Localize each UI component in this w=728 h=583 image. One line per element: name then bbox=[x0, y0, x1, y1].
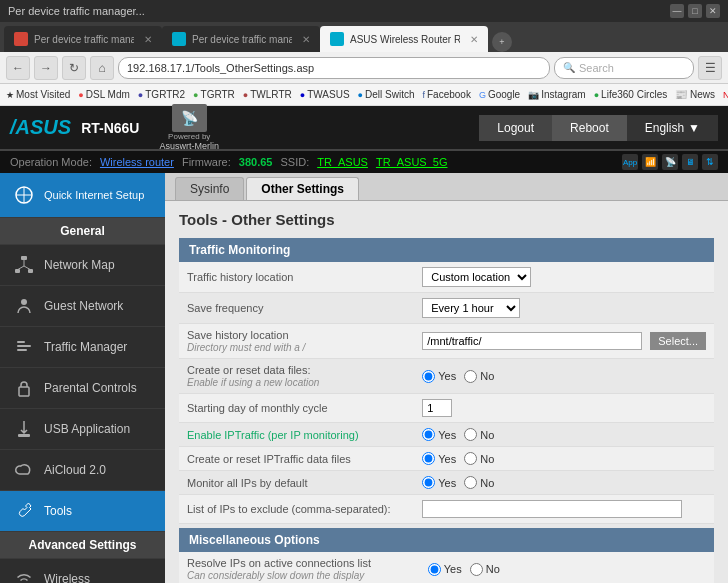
create-reset-label: Create or reset data files: Enable if us… bbox=[179, 359, 414, 394]
firmware-value: 380.65 bbox=[239, 156, 273, 168]
maximize-button[interactable]: □ bbox=[688, 4, 702, 18]
ssid-link-2[interactable]: TR_ASUS_5G bbox=[376, 156, 448, 168]
resolve-ips-no-label[interactable]: No bbox=[470, 563, 500, 576]
network-map-label: Network Map bbox=[44, 258, 115, 272]
sidebar-item-guest-network[interactable]: Guest Network bbox=[0, 286, 165, 327]
create-reset-iptraffic-no-radio[interactable] bbox=[464, 452, 477, 465]
ssid-link-1[interactable]: TR_ASUS bbox=[317, 156, 368, 168]
create-reset-iptraffic-yes-radio[interactable] bbox=[422, 452, 435, 465]
bookmark-twasus[interactable]: ● TWASUS bbox=[300, 89, 350, 100]
bookmark-facebook[interactable]: f Facebook bbox=[422, 89, 470, 100]
traffic-monitoring-header: Traffic Monitoring bbox=[179, 238, 714, 262]
logout-button[interactable]: Logout bbox=[479, 115, 552, 141]
bookmark-life360[interactable]: ● Life360 Circles bbox=[594, 89, 668, 100]
tab-traffic[interactable]: Per device traffic manager... ✕ bbox=[162, 26, 320, 52]
search-placeholder: Search bbox=[579, 62, 614, 74]
sidebar-item-quick-internet[interactable]: Quick Internet Setup bbox=[0, 173, 165, 218]
tab-gmail-close[interactable]: ✕ bbox=[144, 34, 152, 45]
save-frequency-select[interactable]: Every 1 hour Every 30 min Every 6 hours bbox=[422, 298, 520, 318]
tab-sysinfo[interactable]: Sysinfo bbox=[175, 177, 244, 200]
monitor-all-ips-no-radio[interactable] bbox=[464, 476, 477, 489]
sidebar-item-traffic-manager[interactable]: Traffic Manager bbox=[0, 327, 165, 368]
asus-favicon-2 bbox=[330, 32, 344, 46]
reboot-button[interactable]: Reboot bbox=[552, 115, 627, 141]
save-history-label: Save history location Directory must end… bbox=[179, 324, 414, 359]
parental-controls-icon bbox=[12, 376, 36, 400]
sidebar-category-advanced: Advanced Settings bbox=[0, 532, 165, 559]
monitor-all-ips-no-label[interactable]: No bbox=[464, 476, 494, 489]
tab-traffic-close[interactable]: ✕ bbox=[302, 34, 310, 45]
bookmark-dsl[interactable]: ● DSL Mdm bbox=[78, 89, 130, 100]
close-button[interactable]: ✕ bbox=[706, 4, 720, 18]
monitor-all-ips-yes-label[interactable]: Yes bbox=[422, 476, 456, 489]
sidebar-item-aicloud[interactable]: AiCloud 2.0 bbox=[0, 450, 165, 491]
bookmark-most-visited[interactable]: ★ Most Visited bbox=[6, 89, 70, 100]
bookmark-instagram[interactable]: 📷 Instagram bbox=[528, 89, 585, 100]
enable-iptraffic-yes-label[interactable]: Yes bbox=[422, 428, 456, 441]
tab-asus[interactable]: ASUS Wireless Router RT-... ✕ bbox=[320, 26, 488, 52]
powered-name: Asuswrt-Merlin bbox=[159, 141, 219, 151]
forward-button[interactable]: → bbox=[34, 56, 58, 80]
bookmark-netflix[interactable]: N Netflix bbox=[723, 89, 728, 100]
enable-iptraffic-no-label[interactable]: No bbox=[464, 428, 494, 441]
tab-other-settings[interactable]: Other Settings bbox=[246, 177, 359, 200]
language-button[interactable]: English ▼ bbox=[627, 115, 718, 141]
sidebar-item-tools[interactable]: Tools bbox=[0, 491, 165, 532]
back-button[interactable]: ← bbox=[6, 56, 30, 80]
create-reset-iptraffic-no-label[interactable]: No bbox=[464, 452, 494, 465]
create-reset-yes-radio[interactable] bbox=[422, 370, 435, 383]
bookmark-tgrtr[interactable]: ● TGRTR bbox=[193, 89, 235, 100]
bookmark-news[interactable]: 📰 News bbox=[675, 89, 715, 100]
tab-bar: Per device traffic manager... ✕ Per devi… bbox=[0, 22, 728, 52]
page-content: Tools - Other Settings Traffic Monitorin… bbox=[165, 201, 728, 583]
list-ips-exclude-input[interactable] bbox=[422, 500, 682, 518]
resolve-ips-no-radio[interactable] bbox=[470, 563, 483, 576]
title-bar: Per device traffic manager... — □ ✕ bbox=[0, 0, 728, 22]
traffic-monitoring-table: Traffic history location Custom location… bbox=[179, 262, 714, 524]
create-reset-iptraffic-yes-label[interactable]: Yes bbox=[422, 452, 456, 465]
bookmark-google[interactable]: G Google bbox=[479, 89, 520, 100]
refresh-button[interactable]: ↻ bbox=[62, 56, 86, 80]
minimize-button[interactable]: — bbox=[670, 4, 684, 18]
svg-rect-10 bbox=[17, 345, 31, 347]
select-button[interactable]: Select... bbox=[650, 332, 706, 350]
create-reset-yes-label[interactable]: Yes bbox=[422, 370, 456, 383]
op-mode-link[interactable]: Wireless router bbox=[100, 156, 174, 168]
save-history-input[interactable] bbox=[422, 332, 642, 350]
create-reset-iptraffic-control: Yes No bbox=[414, 447, 714, 471]
monitor-all-ips-yes-radio[interactable] bbox=[422, 476, 435, 489]
bookmark-tgrtr2[interactable]: ● TGRTR2 bbox=[138, 89, 185, 100]
sidebar-item-parental-controls[interactable]: Parental Controls bbox=[0, 368, 165, 409]
tab-gmail[interactable]: Per device traffic manager... ✕ bbox=[4, 26, 162, 52]
home-button[interactable]: ⌂ bbox=[90, 56, 114, 80]
address-bar[interactable]: 192.168.17.1/Tools_OtherSettings.asp bbox=[118, 57, 550, 79]
tab-asus-label: ASUS Wireless Router RT-... bbox=[350, 34, 460, 45]
wireless-label: Wireless bbox=[44, 572, 90, 583]
create-reset-no-radio[interactable] bbox=[464, 370, 477, 383]
status-bar: Operation Mode: Wireless router Firmware… bbox=[0, 151, 728, 173]
content-area: Quick Internet Setup General Network Map… bbox=[0, 173, 728, 583]
bookmark-twlrtr[interactable]: ● TWLRTR bbox=[243, 89, 292, 100]
window-controls[interactable]: — □ ✕ bbox=[670, 4, 720, 18]
menu-button[interactable]: ☰ bbox=[698, 56, 722, 80]
resolve-ips-yes-label[interactable]: Yes bbox=[428, 563, 462, 576]
create-reset-no-label[interactable]: No bbox=[464, 370, 494, 383]
sidebar-item-network-map[interactable]: Network Map bbox=[0, 245, 165, 286]
starting-day-control bbox=[414, 394, 714, 423]
sidebar-item-wireless[interactable]: Wireless bbox=[0, 559, 165, 583]
starting-day-input[interactable] bbox=[422, 399, 452, 417]
enable-iptraffic-no-radio[interactable] bbox=[464, 428, 477, 441]
bookmarks-bar: ★ Most Visited ● DSL Mdm ● TGRTR2 ● TGRT… bbox=[0, 84, 728, 106]
enable-iptraffic-yes-radio[interactable] bbox=[422, 428, 435, 441]
traffic-history-select[interactable]: Custom location RAM JFFS bbox=[422, 267, 531, 287]
enable-iptraffic-label: Enable IPTraffic (per IP monitoring) bbox=[179, 423, 414, 447]
new-tab-button[interactable]: + bbox=[492, 32, 512, 52]
bookmark-dell[interactable]: ● Dell Switch bbox=[358, 89, 415, 100]
asus-logo: /ASUS bbox=[10, 116, 71, 139]
sidebar-item-usb-application[interactable]: USB Application bbox=[0, 409, 165, 450]
traffic-monitoring-label: Traffic Monitoring bbox=[189, 243, 290, 257]
tab-asus-close[interactable]: ✕ bbox=[470, 34, 478, 45]
search-box[interactable]: 🔍 Search bbox=[554, 57, 694, 79]
resolve-ips-yes-radio[interactable] bbox=[428, 563, 441, 576]
starting-day-label: Starting day of monthly cycle bbox=[179, 394, 414, 423]
